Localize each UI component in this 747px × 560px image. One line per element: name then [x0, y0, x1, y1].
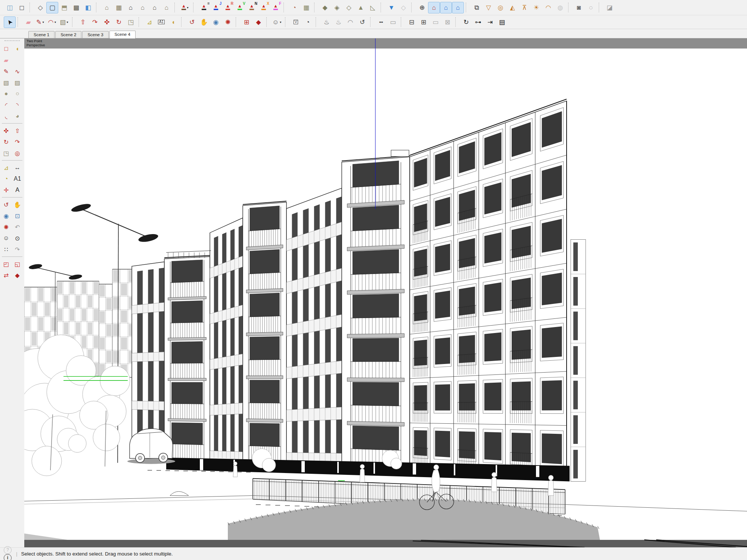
rotate-tool-button[interactable]: ↻ — [1, 136, 12, 147]
section-display-toggle-button[interactable]: ◱ — [12, 258, 23, 270]
vfb-image-button[interactable]: ▭ — [430, 16, 441, 28]
scene-tab-1[interactable]: Scene 1 — [28, 31, 55, 38]
credit-attribution-icon[interactable]: i — [4, 554, 12, 560]
vray-color-picker-button[interactable]: ◔ — [302, 16, 314, 28]
pushpull-layer-x-button[interactable]: ▲▬X — [258, 2, 270, 13]
refresh-button[interactable]: ↻ — [460, 16, 472, 28]
zoom-window-button[interactable]: ⊡ — [12, 210, 23, 221]
zoom-extents-button[interactable]: ✺ — [222, 16, 234, 28]
position-north-button[interactable]: ⊕ — [416, 2, 428, 13]
three-point-arc-tool-button[interactable]: ◟ — [1, 111, 12, 122]
interactive-render-region-button[interactable]: ◙ — [573, 2, 585, 13]
display-section-cuts-button[interactable]: ⌂ — [440, 2, 452, 13]
pushpull-tool-button[interactable]: ⇧ — [77, 16, 89, 28]
toggle-terrain-button[interactable]: ◇ — [397, 2, 409, 13]
wireframe-style-button[interactable]: ◇ — [34, 2, 46, 13]
image-clip-button[interactable]: ◪ — [604, 2, 616, 13]
walk-tool-button[interactable]: ∷ — [1, 244, 12, 255]
pushpull-tool-button[interactable]: ⇧ — [12, 125, 23, 136]
smoove-button[interactable]: ◆ — [319, 2, 331, 13]
export-2d-button[interactable]: ⊞ — [241, 16, 252, 28]
rectangle-tool-button[interactable]: ▧▼ — [58, 16, 70, 28]
vray-viewport-render-button[interactable]: ◠ — [344, 16, 356, 28]
zoom-tool-button[interactable]: ◉ — [210, 16, 222, 28]
pushpull-layer-equal-button[interactable]: ▲▬= — [198, 2, 210, 13]
vray-undo-button[interactable]: ↺ — [356, 16, 368, 28]
vfb-history-button[interactable]: ⊟ — [406, 16, 418, 28]
stamp-button[interactable]: ◈ — [331, 2, 343, 13]
flip-edge-button[interactable]: ◺ — [367, 2, 379, 13]
sun-light-button[interactable]: ☀ — [530, 2, 542, 13]
zoom-extents-button[interactable]: ✺ — [1, 221, 12, 233]
protractor-tool-button[interactable]: ◔ — [1, 173, 12, 184]
point-light-button[interactable]: ⊼ — [518, 2, 530, 13]
scale-tool-button[interactable]: ◳ — [125, 16, 137, 28]
pushpull-extension-button[interactable]: ▲▬▼ — [179, 2, 191, 13]
freehand-tool-button[interactable]: ∿ — [12, 66, 23, 77]
dimension-tool-button[interactable]: ↔ — [12, 162, 23, 173]
text-tool-button[interactable]: A1 — [12, 173, 23, 184]
interactive-quality-button[interactable]: ╍ — [375, 16, 387, 28]
position-camera-button[interactable]: ☺ — [1, 233, 12, 244]
tape-measure-tool-button[interactable]: ⊿ — [1, 162, 12, 173]
sphere-light-button[interactable]: ◍ — [554, 2, 566, 13]
vray-render-button[interactable]: ♨ — [320, 16, 332, 28]
model-canvas[interactable] — [24, 38, 747, 547]
front-view-button[interactable]: ⌂ — [125, 2, 137, 13]
rotated-rectangle-tool-button[interactable]: ▨ — [12, 77, 23, 88]
pushpull-layer-r-button[interactable]: ▲▬R — [222, 2, 234, 13]
followme-tool-button[interactable]: ↷ — [12, 136, 23, 147]
orbit-tool-button[interactable]: ↺ — [1, 199, 12, 210]
scene-tab-4[interactable]: Scene 4 — [109, 31, 136, 38]
rotate-tool-button[interactable]: ↻ — [113, 16, 125, 28]
top-view-button[interactable]: ▦ — [113, 2, 125, 13]
next-view-button[interactable]: ↷ — [12, 244, 23, 255]
render-region-button[interactable]: ◌ — [585, 2, 597, 13]
section-cut-toggle-button[interactable]: ⇄ — [1, 270, 12, 281]
omni-light-button[interactable]: ◎ — [495, 2, 506, 13]
monochrome-style-button[interactable]: ◧ — [82, 2, 94, 13]
sandbox-from-contours-button[interactable]: ◔ — [288, 2, 300, 13]
pushpull-layer-f-button[interactable]: ▲▬F — [270, 2, 282, 13]
tape-measure-tool-button[interactable]: ⊿ — [143, 16, 155, 28]
arc-tool-button[interactable]: ◠▼ — [46, 16, 58, 28]
text-tool-button[interactable]: A1 — [155, 16, 167, 28]
pushpull-layer-v-button[interactable]: ▲▬V — [234, 2, 246, 13]
3d-text-tool-button[interactable]: A — [12, 184, 23, 196]
scene-tab-3[interactable]: Scene 3 — [82, 31, 108, 38]
line-tool-button[interactable]: ✎ — [1, 66, 12, 77]
move-tool-button[interactable]: ✜ — [1, 125, 12, 136]
shaded-textures-style-button[interactable]: ▩ — [70, 2, 82, 13]
sandbox-from-scratch-button[interactable]: ▦ — [300, 2, 312, 13]
circle-tool-button[interactable]: ● — [1, 88, 12, 99]
power-plug-button[interactable]: ⊶ — [472, 16, 484, 28]
display-section-planes-button[interactable]: ⌂ — [428, 2, 440, 13]
pushpull-layer-n-button[interactable]: ▲▬N — [246, 2, 258, 13]
scene-tab-2[interactable]: Scene 2 — [55, 31, 81, 38]
hidden-line-style-button[interactable]: ▢ — [46, 2, 58, 13]
eraser-tool-button[interactable]: ▰ — [1, 55, 12, 66]
style-edit-button[interactable]: ◖ — [167, 16, 179, 28]
select-tool-button[interactable]: ➤ — [4, 16, 16, 28]
arc-tool-button[interactable]: ◜ — [1, 99, 12, 111]
ies-light-button[interactable]: ◭ — [506, 2, 518, 13]
warehouse-button[interactable]: ◆ — [252, 16, 264, 28]
xray-style-button[interactable]: ◫ — [4, 2, 16, 13]
pie-tool-button[interactable]: ◕ — [12, 111, 23, 122]
rectangle-tool-button[interactable]: ▧ — [1, 77, 12, 88]
lights-manager-button[interactable]: ⧉ — [471, 2, 483, 13]
display-section-fill-button[interactable]: ⌂ — [452, 2, 464, 13]
make-component-button[interactable]: □ — [1, 43, 12, 55]
pan-tool-button[interactable]: ✋ — [198, 16, 210, 28]
followme-tool-button[interactable]: ↷ — [89, 16, 101, 28]
file-document-button[interactable]: ▤ — [496, 16, 508, 28]
polygon-tool-button[interactable]: ○ — [12, 88, 23, 99]
drape-button[interactable]: ◇ — [343, 2, 355, 13]
account-button[interactable]: ☺▼ — [271, 16, 283, 28]
add-detail-button[interactable]: ▲ — [355, 2, 367, 13]
spot-light-button[interactable]: ▽ — [483, 2, 495, 13]
left-view-button[interactable]: ⌂ — [149, 2, 161, 13]
back-view-button[interactable]: ⌂ — [137, 2, 149, 13]
section-plane-tool-button[interactable]: ◰ — [1, 258, 12, 270]
zoom-tool-button[interactable]: ◉ — [1, 210, 12, 221]
